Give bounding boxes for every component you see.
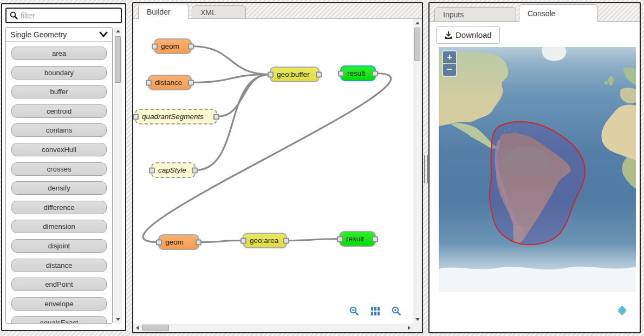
filter-input[interactable] <box>21 11 118 20</box>
input-port[interactable] <box>133 114 139 120</box>
map-canvas[interactable]: + − <box>439 47 636 292</box>
operations-list: Single Geometry areaboundarybuffercentro… <box>5 27 113 324</box>
operation-densify[interactable]: densify <box>11 181 107 195</box>
operation-contains[interactable]: contains <box>11 123 107 137</box>
zoom-out-icon[interactable] <box>349 306 359 316</box>
node-label: result <box>346 235 364 243</box>
tab-xml[interactable]: XML <box>192 5 246 18</box>
operation-disjoint[interactable]: disjoint <box>11 239 107 253</box>
operation-convexHull[interactable]: convexHull <box>11 143 107 156</box>
input-port[interactable] <box>149 167 155 173</box>
operation-endPoint[interactable]: endPoint <box>11 278 107 291</box>
input-port[interactable] <box>152 43 158 49</box>
wire-quadrantSegments-to-geo-buffer <box>217 75 270 117</box>
map-antarctica <box>439 267 636 292</box>
wire-geom-1-to-geo-buffer <box>192 47 270 75</box>
node-label: result <box>347 69 365 77</box>
scrollbar-corner <box>413 324 422 332</box>
operation-equalsExact[interactable]: equalsExact <box>11 316 107 324</box>
node-geo-buffer[interactable]: geo:buffer <box>270 67 320 82</box>
grid-icon[interactable] <box>370 306 380 316</box>
output-port[interactable] <box>196 239 201 245</box>
layers-icon[interactable] <box>619 307 627 315</box>
tab-builder[interactable]: Builder <box>138 4 189 19</box>
operation-crosses[interactable]: crosses <box>11 162 107 176</box>
input-port[interactable] <box>146 80 152 85</box>
scrollbar-thumb[interactable] <box>142 325 169 331</box>
category-select[interactable]: Single Geometry <box>6 28 112 42</box>
input-port[interactable] <box>156 239 162 245</box>
output-port[interactable] <box>188 80 194 85</box>
wire-result-1-to-geom-2 <box>143 74 391 242</box>
search-icon <box>10 11 18 19</box>
scroll-left-arrow[interactable] <box>136 326 139 330</box>
operation-boundary[interactable]: boundary <box>11 66 107 80</box>
map-zoom-control: + − <box>442 50 457 77</box>
operation-difference[interactable]: difference <box>11 201 107 214</box>
scrollbar-thumb[interactable] <box>414 28 420 61</box>
output-port[interactable] <box>316 71 322 77</box>
operation-buffer[interactable]: buffer <box>11 85 107 98</box>
canvas-horizontal-scrollbar[interactable] <box>133 324 413 332</box>
scroll-right-arrow[interactable] <box>408 326 411 330</box>
download-icon <box>444 31 453 39</box>
node-label: geo:area <box>250 236 278 245</box>
operation-dimension[interactable]: dimension <box>11 220 107 233</box>
zoom-in-icon[interactable] <box>392 306 401 316</box>
node-label: geom <box>165 238 184 246</box>
input-port[interactable] <box>337 236 343 242</box>
node-label: geom <box>161 42 179 50</box>
node-label: distance <box>155 78 182 87</box>
tab-console[interactable]: Console <box>519 4 598 22</box>
tab-inputs[interactable]: Inputs <box>434 7 516 21</box>
wire-geo-area-to-result-2 <box>287 239 339 241</box>
operation-centroid[interactable]: centroid <box>11 104 107 118</box>
node-geom-2[interactable]: geom <box>158 234 199 250</box>
node-result-2[interactable]: result <box>339 231 376 247</box>
console-tabstrip: Inputs Console <box>430 3 640 22</box>
node-quadrantSegments[interactable]: quadrantSegments <box>135 109 217 124</box>
node-geom-1[interactable]: geom <box>154 38 192 54</box>
node-distance[interactable]: distance <box>148 75 192 90</box>
node-label: capStyle <box>158 166 186 174</box>
output-port[interactable] <box>213 114 219 120</box>
download-label: Download <box>456 30 492 39</box>
map-ireland <box>604 81 608 84</box>
canvas-vertical-scrollbar[interactable] <box>413 19 422 324</box>
operation-distance[interactable]: distance <box>11 259 107 272</box>
input-port[interactable] <box>338 70 344 76</box>
scroll-up-arrow[interactable] <box>116 30 120 32</box>
wire-geom-2-to-geo-area <box>199 241 243 242</box>
scroll-up-arrow[interactable] <box>415 22 420 24</box>
input-port[interactable] <box>268 71 274 77</box>
graph-canvas[interactable]: geomdistancequadrantSegmentscapStylegeo:… <box>133 19 413 324</box>
operations-sidebar: Single Geometry areaboundarybuffercentro… <box>1 3 126 331</box>
sidebar-scrollbar[interactable] <box>114 27 122 324</box>
category-select-value: Single Geometry <box>10 30 99 39</box>
input-port[interactable] <box>240 238 246 243</box>
node-result-1[interactable]: result <box>340 65 376 81</box>
map-zoom-out-button[interactable]: − <box>443 64 456 76</box>
output-port[interactable] <box>372 70 378 76</box>
map-zoom-in-button[interactable]: + <box>443 51 456 63</box>
panel-splitter-handle[interactable] <box>424 155 428 183</box>
operation-envelope[interactable]: envelope <box>11 297 107 311</box>
map-britain <box>608 76 614 85</box>
operation-area[interactable]: area <box>11 47 107 60</box>
output-port[interactable] <box>192 167 198 173</box>
node-label: quadrantSegments <box>142 113 204 121</box>
console-panel: Inputs Console Download <box>428 2 641 333</box>
node-geo-area[interactable]: geo:area <box>243 233 287 248</box>
output-port[interactable] <box>188 43 194 49</box>
download-button[interactable]: Download <box>436 26 500 44</box>
node-capStyle[interactable]: capStyle <box>151 162 196 178</box>
scroll-down-arrow[interactable] <box>415 318 420 321</box>
scroll-down-arrow[interactable] <box>116 318 120 321</box>
wire-distance-to-geo-buffer <box>192 75 270 83</box>
builder-tabstrip: Builder XML <box>133 3 422 19</box>
chevron-down-icon <box>99 31 108 38</box>
output-port[interactable] <box>372 236 378 242</box>
scrollbar-thumb[interactable] <box>115 36 121 83</box>
output-port[interactable] <box>283 238 289 243</box>
filter-box <box>5 8 122 23</box>
